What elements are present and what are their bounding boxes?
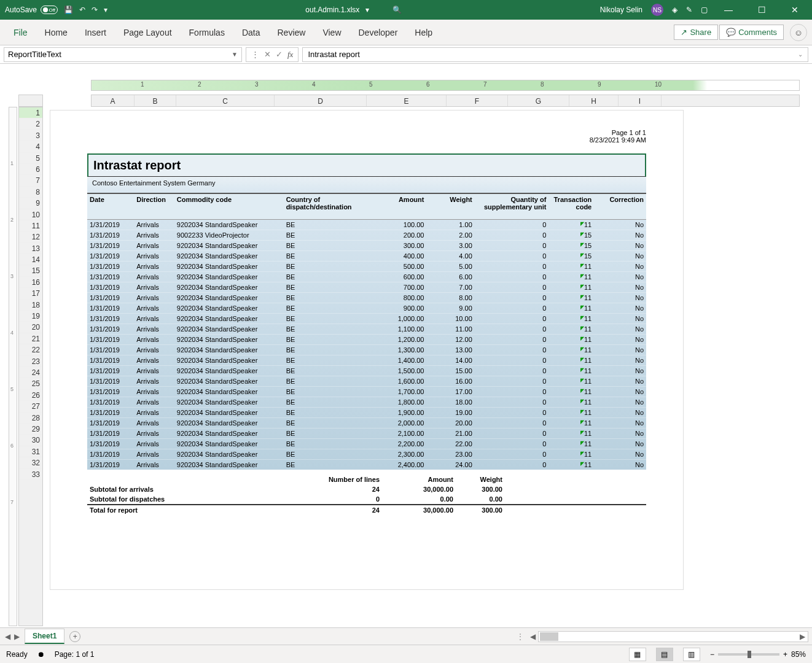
tab-formulas[interactable]: Formulas	[181, 23, 233, 42]
zoom-value[interactable]: 85%	[791, 650, 806, 659]
row-header-23[interactable]: 23	[19, 356, 42, 367]
filename-label[interactable]: out.Admin.1.xlsx	[305, 6, 359, 14]
formula-expand-icon[interactable]: ⌄	[798, 51, 803, 58]
col-header-H[interactable]: H	[569, 95, 619, 106]
col-header-A[interactable]: A	[92, 95, 135, 106]
horizontal-scrollbar[interactable]: ▶	[538, 631, 808, 642]
zoom-slider[interactable]	[718, 653, 779, 656]
row-header-16[interactable]: 16	[19, 277, 42, 288]
col-header-B[interactable]: B	[135, 95, 176, 106]
formula-input[interactable]: Intrastat report ⌄	[302, 47, 808, 62]
row-header-33[interactable]: 33	[19, 469, 42, 480]
ribbon-mode-icon[interactable]: ▢	[701, 6, 708, 14]
row-header-21[interactable]: 21	[19, 333, 42, 344]
vertical-ruler[interactable]: 1234567	[9, 107, 17, 626]
tab-page-layout[interactable]: Page Layout	[115, 23, 181, 42]
row-header-1[interactable]: 1	[19, 107, 42, 118]
tab-developer[interactable]: Developer	[350, 23, 407, 42]
close-icon[interactable]: ✕	[783, 5, 807, 15]
row-header-15[interactable]: 15	[19, 265, 42, 276]
row-header-13[interactable]: 13	[19, 243, 42, 254]
row-header-14[interactable]: 14	[19, 254, 42, 265]
macro-record-icon[interactable]: ⏺	[37, 650, 45, 659]
row-header-9[interactable]: 9	[19, 198, 42, 209]
view-page-layout-icon[interactable]: ▤	[656, 648, 673, 661]
cancel-icon[interactable]: ✕	[264, 50, 271, 59]
col-header-G[interactable]: G	[508, 95, 569, 106]
tab-help[interactable]: Help	[406, 23, 441, 42]
row-header-7[interactable]: 7	[19, 175, 42, 186]
add-sheet-icon[interactable]: +	[69, 631, 80, 642]
hscroll-left-icon[interactable]: ◀	[528, 632, 538, 641]
report-title-cell[interactable]: Intrastat report	[87, 153, 646, 177]
row-header-17[interactable]: 17	[19, 288, 42, 299]
row-header-20[interactable]: 20	[19, 322, 42, 333]
view-normal-icon[interactable]: ▦	[629, 648, 646, 661]
row-header-4[interactable]: 4	[19, 141, 42, 152]
row-header-12[interactable]: 12	[19, 231, 42, 242]
zoom-in-icon[interactable]: +	[783, 650, 787, 659]
row-header-30[interactable]: 30	[19, 435, 42, 446]
sheet-next-icon[interactable]: ▶	[14, 632, 20, 641]
row-header-24[interactable]: 24	[19, 367, 42, 378]
user-name[interactable]: Nikolay Selin	[600, 6, 642, 14]
col-header-F[interactable]: F	[447, 95, 508, 106]
col-header-D[interactable]: D	[275, 95, 367, 106]
col-header-C[interactable]: C	[176, 95, 275, 106]
row-header-18[interactable]: 18	[19, 300, 42, 311]
tab-review[interactable]: Review	[269, 23, 314, 42]
row-header-32[interactable]: 32	[19, 457, 42, 468]
chevron-down-icon[interactable]: ▼	[232, 51, 238, 58]
row-header-25[interactable]: 25	[19, 378, 42, 389]
search-icon[interactable]: 🔍	[392, 6, 402, 14]
hscroll-right-icon[interactable]: ▶	[797, 632, 808, 641]
row-header-22[interactable]: 22	[19, 344, 42, 355]
comments-button[interactable]: 💬Comments	[719, 25, 784, 40]
tab-home[interactable]: Home	[36, 23, 76, 42]
row-header-26[interactable]: 26	[19, 390, 42, 401]
brush-icon[interactable]: ✎	[686, 6, 692, 14]
zoom-out-icon[interactable]: −	[710, 650, 714, 659]
fx-icon[interactable]: fx	[287, 50, 293, 60]
scrollbar-thumb[interactable]	[540, 632, 558, 641]
tab-insert[interactable]: Insert	[76, 23, 115, 42]
tab-view[interactable]: View	[314, 23, 349, 42]
diamond-icon[interactable]: ◈	[672, 6, 677, 14]
row-header-5[interactable]: 5	[19, 153, 42, 164]
avatar[interactable]: NS	[651, 4, 663, 16]
view-page-break-icon[interactable]: ▥	[683, 648, 700, 661]
col-header-I[interactable]: I	[619, 95, 662, 106]
minimize-icon[interactable]: —	[716, 5, 741, 15]
horizontal-ruler[interactable]: 12345678910	[91, 80, 800, 91]
row-header-27[interactable]: 27	[19, 401, 42, 412]
row-header-28[interactable]: 28	[19, 413, 42, 424]
save-icon[interactable]: 💾	[64, 6, 73, 14]
row-header-2[interactable]: 2	[19, 118, 42, 130]
row-header-19[interactable]: 19	[19, 311, 42, 322]
share-button[interactable]: ↗Share	[674, 25, 718, 40]
qat-dropdown-icon[interactable]: ▾	[104, 6, 107, 14]
enter-icon[interactable]: ✓	[276, 50, 283, 59]
filename-dropdown-icon[interactable]: ▾	[365, 6, 369, 14]
undo-icon[interactable]: ↶	[79, 6, 85, 14]
row-header-10[interactable]: 10	[19, 209, 42, 220]
name-box[interactable]: ReportTitleText ▼	[4, 47, 242, 62]
row-header-31[interactable]: 31	[19, 446, 42, 457]
redo-icon[interactable]: ↷	[92, 6, 98, 14]
tab-file[interactable]: File	[5, 23, 36, 42]
splitter-grip-icon[interactable]: ⋮	[513, 632, 528, 641]
sheet-tab-active[interactable]: Sheet1	[25, 629, 64, 644]
zoom-thumb[interactable]	[748, 651, 751, 658]
row-header-29[interactable]: 29	[19, 424, 42, 435]
row-header-8[interactable]: 8	[19, 187, 42, 198]
tab-data[interactable]: Data	[233, 23, 269, 42]
feedback-icon[interactable]: ☺	[790, 24, 807, 41]
col-header-E[interactable]: E	[367, 95, 447, 106]
row-header-3[interactable]: 3	[19, 130, 42, 141]
row-header-11[interactable]: 11	[19, 220, 42, 231]
sheet-prev-icon[interactable]: ◀	[5, 632, 10, 641]
autosave-toggle[interactable]: AutoSave Off	[5, 6, 58, 14]
select-all-triangle[interactable]	[18, 95, 43, 107]
maximize-icon[interactable]: ☐	[749, 5, 774, 15]
row-header-6[interactable]: 6	[19, 164, 42, 175]
